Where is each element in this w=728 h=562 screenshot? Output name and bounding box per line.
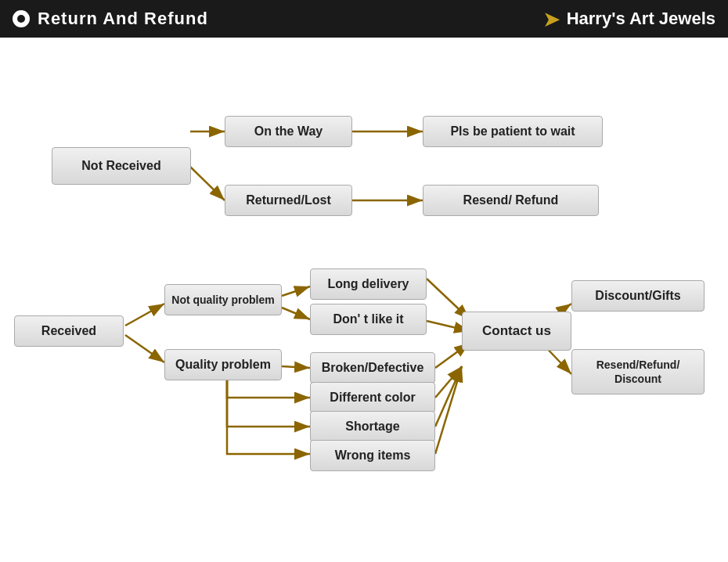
brand-name: Harry's Art Jewels bbox=[567, 9, 715, 29]
resend-refund-discount-box: Resend/Refund/ Discount bbox=[571, 349, 705, 394]
please-patient-box: Pls be patient to wait bbox=[423, 116, 603, 147]
not-received-box: Not Received bbox=[52, 147, 191, 185]
resend-refund-top-box: Resend/ Refund bbox=[423, 185, 599, 216]
long-delivery-box: Long delivery bbox=[310, 268, 427, 300]
chevron-icon: ➤ bbox=[542, 6, 560, 32]
returned-lost-box: Returned/Lost bbox=[225, 185, 352, 216]
received-box: Received bbox=[14, 315, 124, 347]
diagram-canvas: Not Received On the Way Pls be patient t… bbox=[0, 38, 728, 562]
on-the-way-box: On the Way bbox=[225, 116, 352, 147]
different-color-box: Different color bbox=[310, 382, 435, 413]
page-header: Return And Refund ➤ Harry's Art Jewels bbox=[0, 0, 728, 38]
contact-us-box: Contact us bbox=[462, 312, 571, 351]
not-quality-problem-box: Not quality problem bbox=[164, 284, 282, 315]
broken-defective-box: Broken/Defective bbox=[310, 352, 435, 384]
shortage-box: Shortage bbox=[310, 411, 435, 442]
discount-gifts-box: Discount/Gifts bbox=[571, 280, 705, 312]
wrong-items-box: Wrong items bbox=[310, 440, 435, 471]
quality-problem-box: Quality problem bbox=[164, 349, 282, 380]
dont-like-box: Don' t like it bbox=[310, 304, 427, 335]
page-title: Return And Refund bbox=[38, 9, 536, 29]
header-circle-icon bbox=[13, 10, 30, 27]
